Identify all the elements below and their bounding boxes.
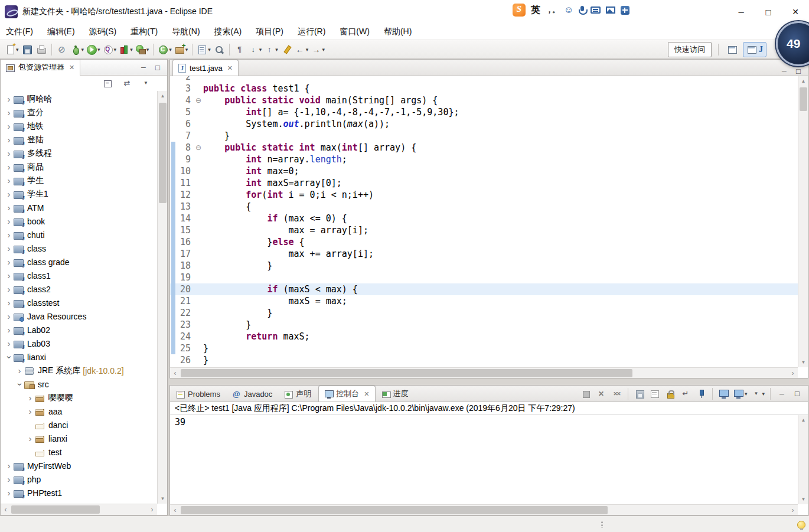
collapsed-arrow-icon[interactable]: › — [4, 461, 14, 471]
tree-item[interactable]: ›啊哈哈 — [1, 92, 157, 106]
sogou-logo-icon[interactable] — [513, 4, 526, 17]
back-button[interactable] — [294, 43, 309, 57]
forward-button[interactable] — [310, 43, 325, 57]
tree-item[interactable]: ›Lab02 — [1, 323, 157, 337]
scroll-right-icon[interactable] — [788, 505, 798, 515]
console-tab-progress[interactable]: 进度 — [376, 386, 415, 402]
maximize-view-button[interactable] — [153, 63, 162, 72]
save-console-output-button[interactable] — [633, 387, 646, 401]
tree-item[interactable]: ›class grade — [1, 255, 157, 269]
ime-emoji-icon[interactable] — [564, 5, 573, 15]
new-package-button[interactable] — [174, 43, 189, 57]
run-button[interactable] — [86, 43, 101, 57]
collapsed-arrow-icon[interactable]: › — [4, 217, 14, 226]
tree-item[interactable]: ›lianxi — [1, 350, 157, 364]
tree-item[interactable]: ›lianxi — [1, 432, 157, 445]
code-line[interactable]: 18 } — [170, 260, 798, 272]
scroll-down-icon[interactable] — [158, 494, 168, 504]
notification-lightbulb-icon[interactable] — [797, 521, 805, 529]
code-line[interactable]: 14 if (max <= 0) { — [170, 213, 798, 224]
code-line[interactable]: 25} — [170, 342, 798, 354]
code-line[interactable]: 16 }else { — [170, 236, 798, 248]
minimize-view-button[interactable] — [775, 387, 788, 401]
console-tab-problems[interactable]: Problems — [170, 386, 226, 402]
tree-item[interactable]: ›商品 — [1, 160, 157, 174]
code-line[interactable]: 19 — [170, 272, 798, 283]
search-button[interactable] — [213, 43, 226, 57]
editor-tab-test1-java[interactable]: test1.java — [172, 60, 239, 76]
scroll-right-icon[interactable] — [788, 368, 798, 378]
code-line[interactable]: 15 max = array[i]; — [170, 224, 798, 236]
code-line[interactable]: 2 — [170, 76, 798, 83]
remove-all-launches-button[interactable] — [610, 387, 623, 401]
menu-item-0[interactable]: 文件(F) — [6, 27, 33, 37]
editor-horizontal-scrollbar[interactable] — [170, 367, 798, 378]
collapsed-arrow-icon[interactable]: › — [4, 162, 14, 172]
code-line[interactable]: 20 if (maxS < max) { — [170, 283, 798, 295]
expanded-arrow-icon[interactable]: › — [15, 380, 24, 389]
collapsed-arrow-icon[interactable]: › — [4, 176, 14, 185]
scroll-right-icon[interactable] — [147, 504, 157, 514]
explorer-vertical-scrollbar[interactable] — [157, 91, 167, 504]
ime-screenshot-icon[interactable] — [606, 6, 615, 14]
ime-keyboard-icon[interactable] — [591, 6, 601, 14]
view-menu-button[interactable] — [750, 387, 765, 401]
collapsed-arrow-icon[interactable]: › — [4, 135, 14, 145]
menu-item-5[interactable]: 搜索(A) — [214, 27, 242, 37]
tree-item[interactable]: ›class2 — [1, 282, 157, 296]
code-line[interactable]: 3public class test1 { — [170, 83, 798, 94]
scroll-down-icon[interactable] — [798, 357, 808, 367]
scrollbar-thumb[interactable] — [181, 506, 608, 514]
collapsed-arrow-icon[interactable]: › — [4, 108, 14, 118]
code-line[interactable]: 7 } — [170, 130, 798, 142]
code-line[interactable]: 5 int[] a= {-1,10,-4,-8,-4,-7,-1,-5,9,30… — [170, 106, 798, 118]
close-editor-tab-icon[interactable] — [227, 64, 233, 72]
scroll-down-icon[interactable] — [798, 494, 808, 504]
view-menu-button[interactable] — [139, 76, 152, 90]
scrollbar-thumb[interactable] — [11, 505, 100, 514]
console-vertical-scrollbar[interactable] — [798, 415, 808, 504]
menu-item-9[interactable]: 帮助(H) — [384, 27, 412, 37]
collapsed-arrow-icon[interactable]: › — [4, 312, 14, 321]
tree-item[interactable]: ›JRE 系统库[jdk-10.0.2] — [1, 364, 157, 377]
window-maximize-button[interactable] — [755, 0, 782, 24]
pin-console-button[interactable] — [694, 387, 707, 401]
code-line[interactable]: 4 public static void main(String[] args)… — [170, 94, 798, 106]
window-close-button[interactable] — [782, 0, 809, 24]
tree-item[interactable]: ›地铁 — [1, 119, 157, 133]
menu-item-4[interactable]: 导航(N) — [172, 27, 200, 37]
tree-item[interactable]: ›学生1 — [1, 187, 157, 201]
code-line[interactable]: 12 for(int i = 0;i < n;i++) — [170, 189, 798, 201]
fold-collapse-icon[interactable] — [194, 94, 203, 106]
code-line[interactable]: 10 int max=0; — [170, 165, 798, 177]
code-line[interactable]: 13 { — [170, 201, 798, 213]
tree-item[interactable]: ›src — [1, 377, 157, 391]
code-line[interactable]: 11 int maxS=array[0]; — [170, 177, 798, 189]
code-line[interactable]: 24 return maxS; — [170, 331, 798, 342]
code-line[interactable]: 21 maxS = max; — [170, 295, 798, 307]
console-output[interactable]: 39 — [170, 416, 798, 504]
display-selected-console-button[interactable] — [717, 387, 730, 401]
scroll-lock-button[interactable] — [664, 387, 677, 401]
collapsed-arrow-icon[interactable]: › — [4, 285, 14, 294]
tree-item[interactable]: ›Java Resources — [1, 309, 157, 323]
code-line[interactable]: 26} — [170, 354, 798, 366]
open-perspective-button[interactable] — [726, 43, 739, 57]
collapse-all-button[interactable] — [102, 76, 115, 90]
maximize-editor-button[interactable] — [794, 66, 803, 76]
scroll-left-icon[interactable] — [170, 505, 180, 515]
tree-item[interactable]: ›chuti — [1, 228, 157, 241]
new-button[interactable] — [4, 43, 19, 57]
coverage-button[interactable] — [118, 43, 133, 57]
fold-collapse-icon[interactable] — [194, 142, 203, 154]
tree-item[interactable]: danci — [1, 418, 157, 432]
explorer-horizontal-scrollbar[interactable] — [1, 504, 157, 515]
code-editor[interactable]: 23public class test1 {4 public static vo… — [170, 76, 798, 367]
external-tools-button[interactable] — [135, 43, 150, 57]
menu-item-7[interactable]: 运行(R) — [298, 27, 325, 37]
clear-console-button[interactable] — [648, 387, 661, 401]
tree-item[interactable]: ›php — [1, 472, 157, 486]
tree-item[interactable]: ›PHPtest1 — [1, 486, 157, 500]
scroll-up-icon[interactable] — [798, 415, 808, 425]
tree-item[interactable]: ›classtest — [1, 296, 157, 309]
